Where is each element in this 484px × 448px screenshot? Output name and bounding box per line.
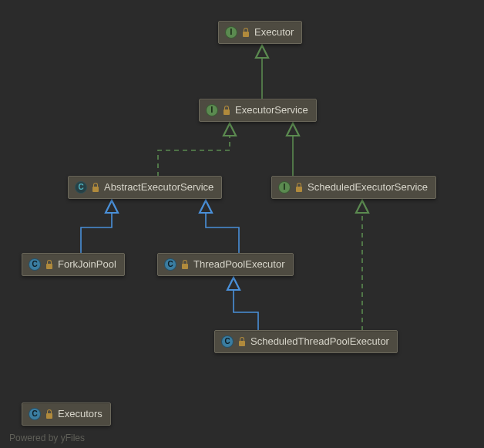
footer-credit: Powered by yFiles (9, 433, 85, 443)
node-executor-service[interactable]: I ExecutorService (199, 99, 317, 122)
edge-abstractExec-executorService (158, 123, 230, 177)
node-executor[interactable]: I Executor (218, 21, 302, 44)
node-label: Executor (254, 26, 294, 39)
lock-icon (223, 106, 230, 115)
node-label: ExecutorService (235, 104, 308, 116)
class-icon: C (75, 181, 87, 194)
diagram-canvas: I Executor I ExecutorService C AbstractE… (0, 0, 484, 448)
class-icon: C (29, 408, 41, 420)
edge-threadPoolExec-abstractExec (206, 200, 239, 254)
interface-icon: I (225, 26, 237, 39)
node-label: Executors (58, 408, 103, 420)
edge-forkJoinPool-abstractExec (81, 200, 112, 254)
interface-icon: I (278, 181, 291, 194)
lock-icon (45, 260, 53, 269)
node-abstract-executor-service[interactable]: C AbstractExecutorService (68, 176, 222, 199)
class-icon: C (164, 258, 176, 271)
node-label: AbstractExecutorService (104, 181, 213, 194)
lock-icon (295, 183, 303, 192)
node-scheduled-executor-service[interactable]: I ScheduledExecutorService (271, 176, 436, 199)
lock-icon (92, 183, 99, 192)
node-label: ThreadPoolExecutor (193, 258, 285, 271)
node-label: ForkJoinPool (58, 258, 116, 271)
class-icon: C (221, 335, 234, 348)
node-fork-join-pool[interactable]: C ForkJoinPool (22, 253, 125, 276)
class-icon: C (29, 258, 41, 271)
edge-scheduledTPE-threadPoolExec (234, 278, 258, 331)
lock-icon (242, 28, 250, 37)
node-thread-pool-executor[interactable]: C ThreadPoolExecutor (157, 253, 294, 276)
node-label: ScheduledThreadPoolExecutor (250, 335, 389, 348)
lock-icon (181, 260, 189, 269)
edges-layer (0, 0, 484, 448)
lock-icon (45, 409, 53, 419)
node-label: ScheduledExecutorService (308, 181, 428, 194)
node-scheduled-thread-pool-executor[interactable]: C ScheduledThreadPoolExecutor (214, 330, 398, 353)
interface-icon: I (206, 104, 218, 116)
lock-icon (238, 337, 246, 346)
node-executors[interactable]: C Executors (22, 403, 111, 426)
